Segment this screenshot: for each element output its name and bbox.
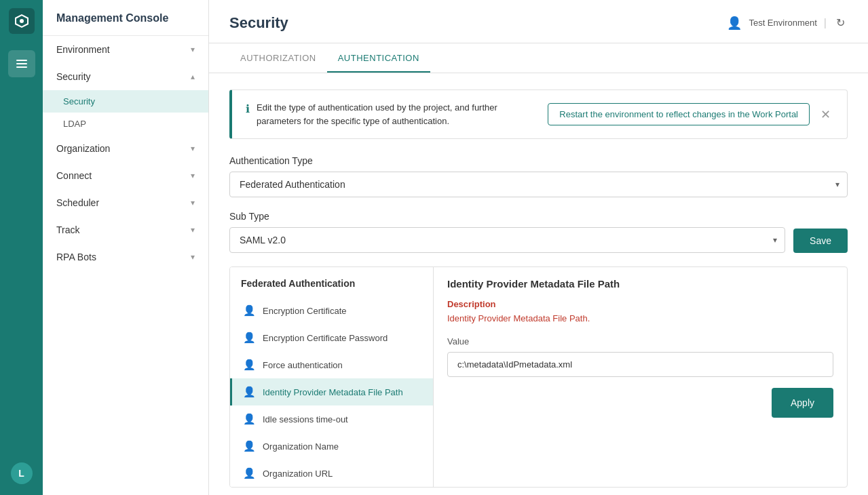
sidebar-item-organization[interactable]: Organization ▾ bbox=[43, 135, 208, 162]
detail-value-input[interactable] bbox=[447, 352, 833, 377]
svg-rect-3 bbox=[16, 66, 27, 68]
tabs-bar: AUTHORIZATION AUTHENTICATION bbox=[209, 43, 868, 73]
svg-point-0 bbox=[20, 19, 24, 23]
person-icon-3: 👤 bbox=[243, 359, 256, 371]
apply-button[interactable]: Apply bbox=[772, 388, 833, 418]
detail-description-text: Identity Provider Metadata File Path. bbox=[447, 312, 833, 325]
auth-type-label: Authentication Type bbox=[229, 155, 848, 166]
federated-item-idle-sessions[interactable]: 👤 Idle sessions time-out bbox=[230, 405, 433, 433]
sidebar-subitem-ldap[interactable]: LDAP bbox=[43, 113, 208, 135]
info-icon: ℹ bbox=[246, 102, 250, 127]
info-text: Edit the type of authentication used by … bbox=[257, 101, 537, 127]
sidebar-subitem-security[interactable]: Security bbox=[43, 90, 208, 113]
sidebar-item-scheduler[interactable]: Scheduler ▾ bbox=[43, 189, 208, 216]
sidebar-group-scheduler: Scheduler ▾ bbox=[43, 189, 208, 216]
chevron-down-icon-connect: ▾ bbox=[191, 171, 195, 180]
detail-title: Identity Provider Metadata File Path bbox=[447, 278, 833, 290]
sidebar: Management Console Environment ▾ Securit… bbox=[43, 0, 209, 495]
sub-type-inline: SAML v2.0 OAuth 2.0 OpenID Connect ▾ Sav… bbox=[229, 227, 848, 253]
restart-button[interactable]: Restart the environment to reflect chang… bbox=[548, 103, 810, 125]
sidebar-group-security: Security ▴ Security LDAP bbox=[43, 63, 208, 135]
federated-item-force-auth[interactable]: 👤 Force authentication bbox=[230, 351, 433, 378]
app-title: Management Console bbox=[56, 12, 168, 24]
sidebar-item-connect[interactable]: Connect ▾ bbox=[43, 162, 208, 189]
person-icon-6: 👤 bbox=[243, 440, 256, 452]
info-banner: ℹ Edit the type of authentication used b… bbox=[229, 90, 848, 139]
person-icon-7: 👤 bbox=[243, 467, 256, 479]
env-divider: | bbox=[824, 17, 827, 29]
auth-type-select-wrapper: Federated Authentication Local Authentic… bbox=[229, 172, 848, 197]
refresh-button[interactable]: ↻ bbox=[833, 14, 848, 32]
page-title: Security bbox=[229, 14, 288, 43]
person-icon-4: 👤 bbox=[243, 386, 256, 398]
save-button[interactable]: Save bbox=[793, 229, 848, 253]
detail-value-label: Value bbox=[447, 336, 833, 346]
close-banner-button[interactable]: ✕ bbox=[818, 106, 833, 123]
federated-section-title: Federated Authentication bbox=[230, 267, 433, 297]
sidebar-item-environment[interactable]: Environment ▾ bbox=[43, 36, 208, 63]
chevron-up-icon: ▴ bbox=[191, 72, 195, 81]
federated-list-scroll: 👤 Encryption Certificate 👤 Encryption Ce… bbox=[230, 297, 433, 487]
federated-item-idp-metadata[interactable]: 👤 Identity Provider Metadata File Path bbox=[230, 378, 433, 405]
auth-type-select[interactable]: Federated Authentication Local Authentic… bbox=[229, 172, 848, 197]
federated-item-org-name[interactable]: 👤 Organization Name bbox=[230, 433, 433, 460]
sidebar-group-rpa-bots: RPA Bots ▾ bbox=[43, 243, 208, 271]
person-icon-2: 👤 bbox=[243, 332, 256, 344]
sub-type-label: Sub Type bbox=[229, 211, 848, 222]
chevron-down-icon: ▾ bbox=[191, 45, 195, 54]
icon-bar: L bbox=[0, 0, 43, 495]
sidebar-group-organization: Organization ▾ bbox=[43, 135, 208, 162]
person-icon-1: 👤 bbox=[243, 304, 256, 317]
sidebar-group-environment: Environment ▾ bbox=[43, 36, 208, 63]
user-avatar[interactable]: L bbox=[11, 462, 33, 484]
env-label: Test Environment bbox=[749, 18, 816, 28]
info-action: Restart the environment to reflect chang… bbox=[548, 103, 833, 125]
chevron-down-icon-rpa: ▾ bbox=[191, 252, 195, 262]
sub-type-select[interactable]: SAML v2.0 OAuth 2.0 OpenID Connect bbox=[229, 227, 785, 253]
main-content: Security 👤 Test Environment | ↻ AUTHORIZ… bbox=[209, 0, 868, 495]
chevron-down-icon-track: ▾ bbox=[191, 225, 195, 235]
chevron-down-icon-org: ▾ bbox=[191, 144, 195, 153]
sidebar-item-track[interactable]: Track ▾ bbox=[43, 216, 208, 243]
sidebar-group-connect: Connect ▾ bbox=[43, 162, 208, 189]
tab-authorization[interactable]: AUTHORIZATION bbox=[229, 43, 327, 73]
detail-panel: Identity Provider Metadata File Path Des… bbox=[434, 267, 847, 487]
app-logo[interactable] bbox=[9, 8, 35, 34]
sidebar-item-rpa-bots[interactable]: RPA Bots ▾ bbox=[43, 243, 208, 271]
svg-rect-1 bbox=[16, 60, 27, 61]
chevron-down-icon-scheduler: ▾ bbox=[191, 198, 195, 207]
content-area: ℹ Edit the type of authentication used b… bbox=[209, 73, 868, 495]
federated-section: Federated Authentication 👤 Encryption Ce… bbox=[229, 266, 848, 488]
auth-type-row: Authentication Type Federated Authentica… bbox=[229, 155, 848, 197]
detail-description-label: Description bbox=[447, 299, 833, 309]
environment-icon: 👤 bbox=[727, 16, 742, 31]
sidebar-toggle-icon[interactable] bbox=[8, 50, 35, 77]
page-header: Security 👤 Test Environment | ↻ bbox=[209, 0, 868, 43]
sub-type-row: Sub Type SAML v2.0 OAuth 2.0 OpenID Conn… bbox=[229, 211, 848, 253]
sidebar-item-security[interactable]: Security ▴ bbox=[43, 63, 208, 90]
sidebar-group-track: Track ▾ bbox=[43, 216, 208, 243]
info-left: ℹ Edit the type of authentication used b… bbox=[246, 101, 537, 127]
tab-authentication[interactable]: AUTHENTICATION bbox=[327, 43, 430, 73]
federated-item-encryption-cert[interactable]: 👤 Encryption Certificate bbox=[230, 297, 433, 324]
federated-item-org-url[interactable]: 👤 Organization URL bbox=[230, 460, 433, 487]
avatar-bottom: L bbox=[11, 462, 33, 484]
person-icon-5: 👤 bbox=[243, 413, 256, 425]
sub-type-select-wrapper: SAML v2.0 OAuth 2.0 OpenID Connect ▾ bbox=[229, 227, 785, 253]
header-right: 👤 Test Environment | ↻ bbox=[727, 14, 848, 43]
sidebar-header: Management Console bbox=[43, 0, 208, 36]
detail-bottom: Apply bbox=[447, 388, 833, 418]
federated-item-encryption-cert-pwd[interactable]: 👤 Encryption Certificate Password bbox=[230, 324, 433, 351]
federated-list: Federated Authentication 👤 Encryption Ce… bbox=[230, 267, 434, 487]
svg-rect-2 bbox=[16, 63, 27, 64]
